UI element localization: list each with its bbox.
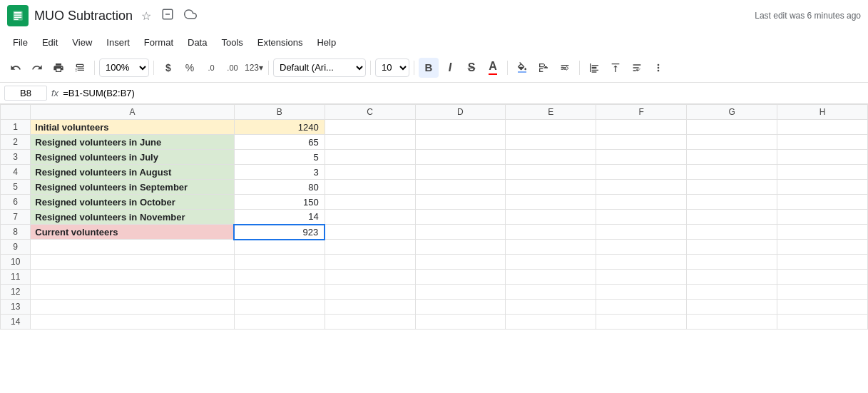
empty-cell[interactable] (596, 120, 687, 135)
empty-cell[interactable] (777, 135, 868, 150)
empty-cell[interactable] (687, 225, 777, 240)
empty-cell[interactable] (506, 135, 596, 150)
col-header-d[interactable]: D (415, 105, 506, 120)
label-cell[interactable]: Resigned volunteers in October (31, 195, 234, 210)
empty-cell[interactable] (415, 165, 506, 180)
value-cell[interactable]: 80 (234, 180, 325, 195)
print-button[interactable] (48, 58, 68, 78)
empty-cell[interactable] (325, 225, 415, 240)
row-number[interactable]: 10 (1, 255, 31, 270)
value-cell[interactable]: 923 (234, 225, 325, 240)
empty-cell[interactable] (325, 285, 415, 300)
empty-cell[interactable] (687, 255, 777, 270)
empty-cell[interactable] (415, 195, 506, 210)
menu-view[interactable]: View (66, 35, 98, 50)
empty-cell[interactable] (596, 285, 687, 300)
empty-cell[interactable] (234, 300, 325, 315)
empty-cell[interactable] (777, 315, 868, 330)
empty-cell[interactable] (325, 300, 415, 315)
undo-button[interactable] (6, 58, 26, 78)
text-wrap-button[interactable] (627, 58, 647, 78)
empty-cell[interactable] (415, 270, 506, 285)
empty-cell[interactable] (687, 270, 777, 285)
empty-cell[interactable] (31, 240, 234, 255)
value-cell[interactable]: 3 (234, 165, 325, 180)
empty-cell[interactable] (234, 270, 325, 285)
row-number[interactable]: 14 (1, 315, 31, 330)
empty-cell[interactable] (687, 285, 777, 300)
empty-cell[interactable] (325, 165, 415, 180)
row-number[interactable]: 3 (1, 150, 31, 165)
empty-cell[interactable] (506, 225, 596, 240)
italic-button[interactable]: I (440, 58, 460, 78)
empty-cell[interactable] (596, 315, 687, 330)
empty-cell[interactable] (687, 120, 777, 135)
vertical-align-button[interactable] (606, 58, 626, 78)
decrease-decimal-button[interactable]: .0 (201, 58, 221, 78)
empty-cell[interactable] (506, 165, 596, 180)
value-cell[interactable]: 14 (234, 210, 325, 225)
col-header-g[interactable]: G (687, 105, 777, 120)
empty-cell[interactable] (506, 210, 596, 225)
empty-cell[interactable] (234, 240, 325, 255)
label-cell[interactable]: Resigned volunteers in June (31, 135, 234, 150)
empty-cell[interactable] (777, 150, 868, 165)
border-button[interactable] (533, 58, 553, 78)
cloud-save-icon[interactable] (181, 6, 200, 25)
row-number[interactable]: 8 (1, 225, 31, 240)
empty-cell[interactable] (596, 210, 687, 225)
empty-cell[interactable] (415, 240, 506, 255)
horizontal-align-button[interactable] (584, 58, 604, 78)
label-cell[interactable]: Resigned volunteers in September (31, 180, 234, 195)
redo-button[interactable] (27, 58, 47, 78)
empty-cell[interactable] (596, 300, 687, 315)
col-header-b[interactable]: B (234, 105, 325, 120)
font-size-select[interactable]: 10 8 9 11 12 14 (375, 58, 409, 77)
empty-cell[interactable] (506, 285, 596, 300)
currency-button[interactable]: $ (158, 58, 178, 78)
col-header-a[interactable]: A (31, 105, 234, 120)
empty-cell[interactable] (687, 300, 777, 315)
merge-cells-button[interactable] (555, 58, 575, 78)
empty-cell[interactable] (777, 165, 868, 180)
empty-cell[interactable] (415, 315, 506, 330)
row-number[interactable]: 5 (1, 180, 31, 195)
empty-cell[interactable] (31, 255, 234, 270)
empty-cell[interactable] (596, 195, 687, 210)
empty-cell[interactable] (31, 315, 234, 330)
empty-cell[interactable] (506, 270, 596, 285)
empty-cell[interactable] (596, 225, 687, 240)
empty-cell[interactable] (31, 285, 234, 300)
number-format-button[interactable]: 123▾ (244, 58, 264, 78)
empty-cell[interactable] (777, 180, 868, 195)
row-number[interactable]: 7 (1, 210, 31, 225)
empty-cell[interactable] (596, 165, 687, 180)
col-header-c[interactable]: C (325, 105, 415, 120)
empty-cell[interactable] (325, 270, 415, 285)
row-number[interactable]: 2 (1, 135, 31, 150)
empty-cell[interactable] (596, 180, 687, 195)
empty-cell[interactable] (325, 210, 415, 225)
empty-cell[interactable] (415, 300, 506, 315)
empty-cell[interactable] (415, 150, 506, 165)
menu-extensions[interactable]: Extensions (252, 35, 309, 50)
empty-cell[interactable] (777, 255, 868, 270)
row-number[interactable]: 6 (1, 195, 31, 210)
empty-cell[interactable] (596, 270, 687, 285)
empty-cell[interactable] (415, 285, 506, 300)
label-cell[interactable]: Initial volunteers (31, 120, 234, 135)
drive-icon[interactable] (158, 6, 177, 25)
empty-cell[interactable] (596, 240, 687, 255)
empty-cell[interactable] (596, 135, 687, 150)
empty-cell[interactable] (777, 120, 868, 135)
empty-cell[interactable] (687, 210, 777, 225)
row-number[interactable]: 12 (1, 285, 31, 300)
empty-cell[interactable] (325, 240, 415, 255)
strikethrough-button[interactable]: S (461, 58, 481, 78)
empty-cell[interactable] (687, 150, 777, 165)
row-number[interactable]: 1 (1, 120, 31, 135)
empty-cell[interactable] (325, 315, 415, 330)
row-number[interactable]: 9 (1, 240, 31, 255)
empty-cell[interactable] (234, 285, 325, 300)
empty-cell[interactable] (31, 300, 234, 315)
